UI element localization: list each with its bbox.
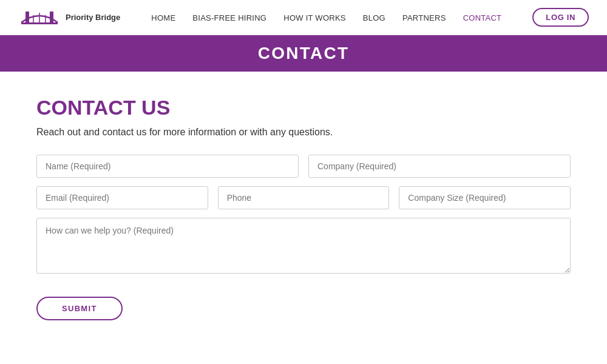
form-row-1 bbox=[36, 155, 571, 178]
login-button[interactable]: LOG IN bbox=[532, 8, 589, 27]
submit-button[interactable]: SUBMIT bbox=[36, 297, 123, 320]
brand-name: Priority Bridge bbox=[66, 13, 120, 22]
main-content: CONTACT US Reach out and contact us for … bbox=[0, 72, 607, 339]
form-row-2 bbox=[36, 186, 571, 209]
hero-banner: CONTACT bbox=[0, 35, 607, 72]
navbar: Priority Bridge HOME BIAS-FREE HIRING HO… bbox=[0, 0, 607, 35]
logo-area: Priority Bridge bbox=[18, 5, 120, 30]
nav-item-contact[interactable]: CONTACT bbox=[463, 12, 502, 23]
company-input[interactable] bbox=[308, 155, 571, 178]
nav-item-blog[interactable]: BLOG bbox=[363, 12, 385, 23]
nav-item-partners[interactable]: PARTNERS bbox=[402, 12, 446, 23]
phone-input[interactable] bbox=[218, 186, 390, 209]
contact-us-heading: CONTACT US bbox=[36, 96, 571, 120]
email-input[interactable] bbox=[36, 186, 208, 209]
nav-item-home[interactable]: HOME bbox=[151, 12, 175, 23]
hero-title: CONTACT bbox=[258, 44, 349, 63]
contact-us-subtext: Reach out and contact us for more inform… bbox=[36, 127, 571, 138]
name-input[interactable] bbox=[36, 155, 299, 178]
message-textarea[interactable] bbox=[36, 218, 571, 274]
form-row-message bbox=[36, 218, 571, 276]
nav-links: HOME BIAS-FREE HIRING HOW IT WORKS BLOG … bbox=[151, 12, 501, 23]
nav-item-how-it-works[interactable]: HOW IT WORKS bbox=[283, 12, 346, 23]
company-size-input[interactable] bbox=[399, 186, 571, 209]
nav-item-bias-free-hiring[interactable]: BIAS-FREE HIRING bbox=[192, 12, 266, 23]
logo-icon bbox=[18, 5, 61, 30]
